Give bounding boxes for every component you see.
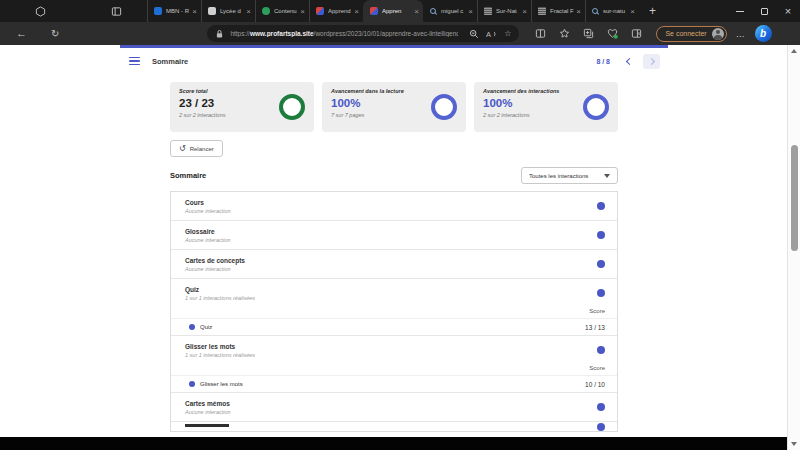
h5p-header: Sommaire 8 / 8: [120, 48, 668, 74]
tab-close-icon[interactable]: ×: [246, 7, 251, 16]
summary-row[interactable]: Glossaire Aucune interaction: [171, 221, 617, 250]
score-item-value: 13 / 13: [585, 324, 605, 331]
tab-close-icon[interactable]: ×: [414, 7, 419, 16]
bullet-dot-icon: [189, 324, 195, 330]
new-tab-button[interactable]: +: [649, 6, 656, 16]
progress-dot-icon: [597, 346, 605, 354]
row-title: Cartes de concepts: [185, 257, 245, 264]
row-subtitle: Aucune interaction: [185, 208, 231, 214]
page-counter: 8 / 8: [596, 58, 610, 65]
browser-tab[interactable]: MBN - R ×: [147, 0, 201, 22]
close-window-icon[interactable]: ×: [776, 0, 800, 22]
back-icon[interactable]: ←: [16, 28, 27, 39]
score-cards: Score total 23 / 23 2 sur 2 interactions…: [170, 82, 618, 132]
settings-menu-icon[interactable]: …: [736, 29, 746, 39]
progress-ring-icon: [583, 94, 609, 120]
refresh-icon[interactable]: ↻: [51, 28, 59, 39]
tab-title: Apprend: [328, 8, 352, 14]
favorites-icon[interactable]: [559, 28, 570, 39]
tab-close-icon[interactable]: ×: [468, 7, 473, 16]
scroll-down-icon[interactable]: [791, 442, 797, 446]
sidebar-icon[interactable]: [631, 28, 642, 39]
browser-tab[interactable]: Apprend ×: [309, 0, 363, 22]
browser-tab[interactable]: Sur-Nat ×: [477, 0, 531, 22]
score-row[interactable]: Quiz 13 / 13: [171, 319, 617, 335]
score-column-label: Score: [171, 307, 617, 319]
tab-close-icon[interactable]: ×: [300, 7, 305, 16]
restart-button[interactable]: ↺ Relancer: [170, 140, 223, 157]
tab-title: sur-natu: [603, 8, 628, 14]
caret-down-icon: [604, 174, 610, 178]
score-area: Score Quiz 13 / 13: [171, 307, 617, 335]
menu-toggle-icon[interactable]: [129, 57, 140, 66]
browser-tab[interactable]: miguel c ×: [423, 0, 477, 22]
tab-favicon: [262, 7, 270, 15]
row-subtitle: 1 sur 1 interactions réalisées: [185, 352, 255, 358]
score-column-label: Score: [171, 364, 617, 376]
address-bar[interactable]: https://www.profartspla.site/wordpress/2…: [207, 25, 519, 42]
tab-title: miguel c: [441, 8, 466, 14]
page-scrollbar[interactable]: [787, 45, 800, 450]
favorite-star-icon[interactable]: ☆: [504, 29, 511, 38]
row-title: Cartes mémos: [185, 400, 231, 407]
avatar: [712, 28, 724, 40]
tab-close-icon[interactable]: ×: [630, 7, 635, 16]
h5p-content: Score total 23 / 23 2 sur 2 interactions…: [120, 82, 668, 432]
browser-tab[interactable]: Contenu ×: [255, 0, 309, 22]
summary-row[interactable]: Cartes mémos Aucune interaction: [171, 393, 617, 422]
scrollbar-thumb[interactable]: [791, 145, 798, 251]
summary-row[interactable]: Quiz 1 sur 1 interactions réalisées Scor…: [171, 279, 617, 336]
collections-icon[interactable]: [583, 28, 594, 39]
zoom-out-icon[interactable]: [469, 29, 479, 39]
summary-row[interactable]: Cartes de concepts Aucune interaction: [171, 250, 617, 279]
vertical-tabs-icon[interactable]: [109, 4, 123, 18]
chevron-right-icon: [648, 57, 655, 64]
score-card: Avancement dans la lecture 100% 7 sur 7 …: [322, 82, 466, 132]
scroll-up-icon[interactable]: [791, 49, 797, 53]
tab-favicon: [538, 7, 546, 15]
maximize-icon[interactable]: [752, 0, 776, 22]
interactions-filter-dropdown[interactable]: Toutes les interactions: [521, 167, 618, 184]
sign-in-button[interactable]: Se connecter: [656, 26, 726, 42]
tab-close-icon[interactable]: ×: [522, 7, 527, 16]
browser-tab[interactable]: Appren ×: [363, 0, 423, 22]
tab-favicon: [208, 7, 216, 15]
progress-dot-icon: [597, 260, 605, 268]
tab-title: Contenu: [274, 8, 298, 14]
card-title: Avancement dans la lecture: [331, 88, 457, 94]
minimize-icon[interactable]: [728, 0, 752, 22]
summary-row[interactable]: Cours Aucune interaction: [171, 192, 617, 221]
tab-close-icon[interactable]: ×: [354, 7, 359, 16]
score-row[interactable]: Glisser les mots 10 / 10: [171, 376, 617, 392]
row-subtitle: Aucune interaction: [185, 266, 245, 272]
split-screen-icon[interactable]: [535, 28, 546, 39]
summary-row[interactable]: Glisser les mots 1 sur 1 interactions ré…: [171, 336, 617, 393]
clipped-summary-row[interactable]: [171, 422, 617, 431]
copilot-icon[interactable]: b: [755, 25, 772, 42]
toolbar-right-icons: [535, 28, 642, 39]
tab-favicon: [592, 8, 599, 15]
read-aloud-icon[interactable]: A: [486, 29, 497, 39]
row-subtitle: 1 sur 1 interactions réalisées: [185, 295, 255, 301]
progress-dot-icon: [597, 423, 605, 431]
workspaces-icon[interactable]: [33, 4, 47, 18]
score-item-name: Glisser les mots: [200, 381, 243, 387]
tabs-container: MBN - R × Lycée d × Contenu × Ap: [147, 0, 639, 22]
tab-title: Fractal F: [550, 8, 574, 14]
progress-dot-icon: [597, 403, 605, 411]
browser-tab[interactable]: sur-natu ×: [585, 0, 639, 22]
progress-dot-icon: [597, 289, 605, 297]
previous-page-button[interactable]: [621, 54, 638, 69]
browser-tab[interactable]: Lycée d ×: [201, 0, 255, 22]
progress-ring-icon: [431, 94, 457, 120]
score-card: Avancement des interactions 100% 2 sur 2…: [474, 82, 618, 132]
tab-close-icon[interactable]: ×: [576, 7, 581, 16]
chevron-left-icon: [626, 57, 633, 64]
browser-tab[interactable]: Fractal F ×: [531, 0, 585, 22]
h5p-title: Sommaire: [152, 57, 188, 66]
pager: 8 / 8: [596, 54, 660, 69]
browser-essentials-icon[interactable]: [607, 28, 618, 39]
next-page-button[interactable]: [643, 54, 660, 69]
bottom-black-bar: [0, 437, 787, 450]
tab-close-icon[interactable]: ×: [192, 7, 197, 16]
